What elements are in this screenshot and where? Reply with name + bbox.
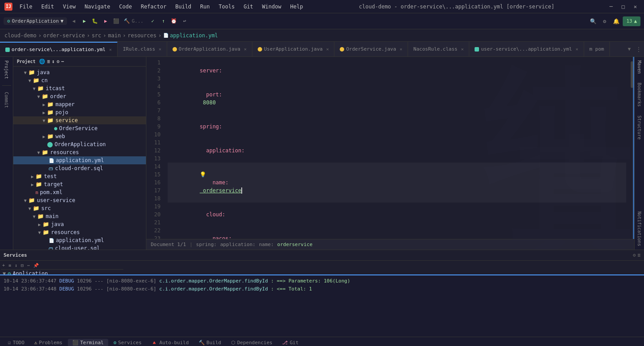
tree-cloud-user-sql[interactable]: 🗃 cloud-user.sql [13, 244, 146, 250]
commit-panel-label[interactable]: Commit [3, 90, 10, 110]
editor-scrollbar[interactable] [630, 57, 634, 239]
tab-irule[interactable]: IRule.class ✕ [118, 42, 167, 57]
tab-pom[interactable]: m pom [584, 42, 610, 57]
notifications-panel-label[interactable]: Notifications [636, 210, 643, 248]
maximize-button[interactable]: □ [619, 3, 628, 11]
search-button[interactable]: 🔍 [588, 16, 598, 26]
debug-button[interactable]: 🐛 [90, 16, 100, 26]
push-button[interactable]: ↑ [158, 16, 168, 26]
tab-more[interactable]: ▼ [625, 46, 633, 52]
menu-edit[interactable]: Edit [38, 3, 58, 11]
breadcrumb-file[interactable]: 📄 application.yml [163, 32, 218, 39]
tree-service[interactable]: ▼ 📁 service [13, 116, 146, 124]
services-app-item[interactable]: ▼ ⚙ Application ▶ Running [1, 270, 123, 274]
tree-cn[interactable]: ▼ 📁 cn [13, 76, 146, 84]
breadcrumb-order-service[interactable]: order-service [43, 32, 85, 39]
tree-itcast[interactable]: ▼ 📁 itcast [13, 84, 146, 92]
bookmarks-panel-label[interactable]: Bookmarks [636, 81, 643, 108]
back-button[interactable]: ◀ [69, 16, 79, 26]
tab-user-yml[interactable]: user-service\...application.yml ✕ [469, 42, 584, 57]
services-toolbar-expand[interactable]: ↕ [13, 262, 19, 268]
tab-close-1[interactable]: ✕ [159, 47, 161, 52]
tab-close-6[interactable]: ✕ [576, 47, 578, 52]
menu-view[interactable]: View [59, 3, 79, 11]
project-icon-minus[interactable]: − [61, 59, 64, 64]
tree-test[interactable]: ▶ 📁 test [13, 172, 146, 180]
project-icon-sort[interactable]: ↕ [52, 59, 55, 64]
maven-panel-label[interactable]: Maven [636, 59, 643, 76]
tree-pom[interactable]: m pom.xml [13, 188, 146, 196]
tab-userapplication[interactable]: UserApplication.java ✕ [252, 42, 334, 57]
tree-java-user[interactable]: ▶ 📁 java [13, 220, 146, 228]
menu-navigate[interactable]: Navigate [81, 3, 114, 11]
menu-build[interactable]: Build [172, 3, 195, 11]
tree-user-service[interactable]: ▼ 📁 user-service [13, 196, 146, 204]
stop-button[interactable]: ⬛ [111, 16, 121, 26]
tree-user-yml[interactable]: 📄 application.yml [13, 236, 146, 244]
services-toolbar-pin[interactable]: 📌 [32, 262, 40, 268]
tab-close-5[interactable]: ✕ [461, 47, 463, 52]
tree-java[interactable]: ▼ 📁 java [13, 68, 146, 76]
tab-close-4[interactable]: ✕ [400, 47, 402, 52]
menu-code[interactable]: Code [116, 3, 136, 11]
run-config-selector[interactable]: ⚙ OrderApplication ▼ [4, 17, 67, 25]
project-icon-list[interactable]: ≡ [47, 59, 50, 64]
tree-pojo[interactable]: ▶ 📁 pojo [13, 108, 146, 116]
close-button[interactable]: ✕ [631, 3, 640, 11]
tree-application-yml[interactable]: 📄 application.yml [13, 156, 146, 164]
btab-dependencies[interactable]: ⬡ Dependencies [227, 339, 277, 346]
services-toolbar-add[interactable]: + [1, 262, 6, 268]
btab-auto-build[interactable]: 🔺 Auto-build [147, 339, 193, 346]
build-button[interactable]: 🔨 [122, 16, 132, 26]
project-panel-label[interactable]: Project [3, 59, 10, 81]
tree-cloud-order-sql[interactable]: 🗃 cloud-order.sql [13, 164, 146, 172]
coverage-button[interactable]: ▶ [101, 16, 110, 26]
undo-button[interactable]: ↩ [180, 16, 189, 26]
tree-resources-user[interactable]: ▼ 📁 resources [13, 228, 146, 236]
menu-git[interactable]: Git [240, 3, 257, 11]
tree-target[interactable]: ▶ 📁 target [13, 180, 146, 188]
commit-button[interactable]: ✓ [148, 16, 157, 26]
btab-services[interactable]: ⚙ Services [109, 339, 146, 346]
tab-application-yml[interactable]: order-service\...application.yml ✕ [0, 42, 118, 57]
btab-problems[interactable]: ⚠ Problems [30, 339, 67, 346]
menu-refactor[interactable]: Refactor [137, 3, 170, 11]
run-config-dropdown[interactable]: ▼ [61, 18, 64, 24]
tree-resources[interactable]: ▼ 📁 resources [13, 148, 146, 156]
tab-orderservice[interactable]: OrderService.java ✕ [334, 42, 408, 57]
editor-content[interactable]: 1234 5678 9101112 13141516 17181920 2122… [146, 57, 634, 239]
menu-window[interactable]: Window [259, 3, 285, 11]
services-toolbar-filter[interactable]: ⊟ [20, 262, 25, 268]
services-toolbar-more[interactable]: ⋯ [26, 262, 31, 268]
breadcrumb-src[interactable]: src [92, 32, 102, 39]
code-editor[interactable]: server: port: 8080 spring: application: [164, 57, 630, 239]
menu-bar[interactable]: File Edit View Navigate Code Refactor Bu… [16, 3, 306, 11]
menu-help[interactable]: Help [287, 3, 306, 11]
tree-main[interactable]: ▼ 📁 main [13, 212, 146, 220]
btab-terminal[interactable]: ⬛ Terminal [68, 339, 108, 346]
tab-close-2[interactable]: ✕ [244, 47, 247, 52]
tree-web[interactable]: ▶ 📁 web [13, 132, 146, 140]
services-config-icon[interactable]: ≡ [637, 252, 640, 258]
breadcrumb-main[interactable]: main [108, 32, 121, 39]
tab-nacosrule[interactable]: NacosRule.class ✕ [408, 42, 469, 57]
window-controls[interactable]: ─ □ ✕ [607, 3, 640, 11]
tab-orderapplication[interactable]: OrderApplication.java ✕ [167, 42, 252, 57]
tab-close-3[interactable]: ✕ [326, 47, 329, 52]
btab-build[interactable]: 🔨 Build [194, 339, 226, 346]
project-icon-globe[interactable]: 🌐 [39, 59, 45, 64]
structure-panel-label[interactable]: Structure [636, 114, 643, 141]
more-button[interactable]: G... [133, 16, 142, 26]
menu-tools[interactable]: Tools [215, 3, 238, 11]
run-button[interactable]: ▶ [79, 16, 89, 26]
breadcrumb-cloud-demo[interactable]: cloud-demo [4, 32, 36, 39]
services-app-row[interactable]: ▼ ⚙ Application [3, 270, 122, 274]
notifications-button[interactable]: 🔔 [611, 16, 621, 26]
tree-mapper[interactable]: ▶ 📁 mapper [13, 100, 146, 108]
tree-src[interactable]: ▼ 📁 src [13, 204, 146, 212]
tree-order[interactable]: ▼ 📁 order [13, 92, 146, 100]
menu-run[interactable]: Run [196, 3, 213, 11]
services-toolbar-sort[interactable]: ≡ [7, 262, 12, 268]
tree-orderservice-file[interactable]: ● OrderService [13, 124, 146, 132]
tab-close-0[interactable]: ✕ [109, 47, 112, 52]
